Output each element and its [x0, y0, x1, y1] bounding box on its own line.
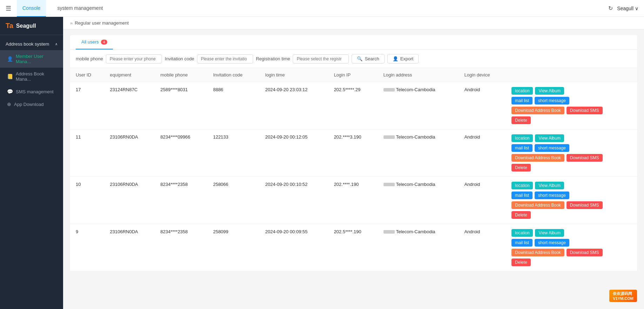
- sidebar-logo: Ta Seagull: [0, 17, 63, 35]
- download-icon: ⊕: [7, 101, 11, 107]
- tab-system-management[interactable]: system management: [52, 0, 108, 17]
- login-ip: 202.5*****.29: [334, 87, 360, 92]
- location-button[interactable]: location: [511, 134, 533, 142]
- cell-0: 11: [70, 129, 104, 177]
- cell-5: 202.****3.190: [328, 129, 378, 177]
- view-album-button[interactable]: View Album: [535, 182, 564, 189]
- view-album-button[interactable]: View Album: [535, 229, 564, 237]
- col-mobile-phone: mobile phone: [155, 68, 207, 82]
- download-sms-button[interactable]: Download SMS: [567, 154, 603, 162]
- cell-3: 258066: [208, 177, 260, 224]
- cell-2: 8234****09966: [155, 129, 207, 177]
- cell-4: 2024-09-20 00:09:55: [260, 224, 328, 271]
- cell-7: Android: [459, 129, 506, 177]
- short-message-button[interactable]: short message: [535, 239, 569, 247]
- mail-list-button[interactable]: mail list: [511, 239, 533, 247]
- watermark: 依依源码网V1YM.COM: [609, 290, 637, 302]
- address-book-icon: 📒: [7, 74, 13, 79]
- cell-7: Android: [459, 224, 506, 271]
- mail-list-button[interactable]: mail list: [511, 97, 533, 105]
- col-equipment: equipment: [104, 68, 155, 82]
- registration-time-input[interactable]: [293, 54, 349, 63]
- col-user-id: User ID: [70, 68, 104, 82]
- cell-2: 8234****2358: [155, 177, 207, 224]
- view-album-button[interactable]: View Album: [535, 134, 564, 142]
- short-message-button[interactable]: short message: [535, 192, 569, 199]
- cell-1: 23106RN0DA: [104, 129, 155, 177]
- cell-2: 8234****2358: [155, 224, 207, 271]
- cell-6: Telecom-Cambodia: [378, 224, 459, 271]
- cell-0: 17: [70, 82, 104, 129]
- col-login-device: Login device: [459, 68, 506, 82]
- login-ip: 202.****.190: [334, 182, 359, 187]
- table-row: 923106RN0DA8234****23582580992024-09-20 …: [70, 224, 637, 271]
- location-button[interactable]: location: [511, 87, 533, 95]
- invitation-code-label: Invitation code: [165, 56, 194, 61]
- download-address-book-button[interactable]: Download Address Book: [511, 154, 564, 162]
- cell-6: Telecom-Cambodia: [378, 129, 459, 177]
- tab-all-users[interactable]: All users 4: [76, 35, 113, 49]
- sidebar-item-sms[interactable]: 💬 SMS management: [0, 85, 63, 98]
- table-row: 1123106RN0DA8234****099661221332024-09-2…: [70, 129, 637, 177]
- top-nav: ☰ Console system management ↻ Seagull ∨: [0, 0, 644, 17]
- mobile-phone-input[interactable]: [106, 54, 162, 63]
- cell-2: 2589****8031: [155, 82, 207, 129]
- actions-cell: location View Album mail list short mess…: [506, 129, 637, 177]
- table-container: User ID equipment mobile phone Invitatio…: [70, 68, 637, 271]
- actions-cell: location View Album mail list short mess…: [506, 177, 637, 224]
- export-icon: 👤: [393, 56, 398, 61]
- mail-list-button[interactable]: mail list: [511, 144, 533, 152]
- user-icon: 👤: [7, 56, 13, 62]
- sidebar-group-header[interactable]: Address book system ∧: [0, 38, 63, 50]
- actions-cell: location View Album mail list short mess…: [506, 224, 637, 271]
- breadcrumb: » Regular user management: [63, 17, 644, 29]
- mail-list-button[interactable]: mail list: [511, 192, 533, 199]
- invitation-code-input[interactable]: [197, 54, 253, 63]
- sidebar-item-app-download[interactable]: ⊕ App Download: [0, 98, 63, 110]
- delete-button[interactable]: Delete: [511, 116, 531, 124]
- cell-4: 2024-09-20 00:12:05: [260, 129, 328, 177]
- download-sms-button[interactable]: Download SMS: [567, 201, 603, 209]
- delete-button[interactable]: Delete: [511, 164, 531, 172]
- sidebar-item-address-book[interactable]: 📒 Address Book Mana...: [0, 68, 63, 85]
- delete-button[interactable]: Delete: [511, 258, 531, 266]
- col-actions: [506, 68, 637, 82]
- cell-3: 258099: [208, 224, 260, 271]
- registration-time-label: Registration time: [256, 56, 290, 61]
- chevron-down-icon: ∨: [635, 6, 638, 11]
- download-address-book-button[interactable]: Download Address Book: [511, 249, 564, 256]
- table-header-row: User ID equipment mobile phone Invitatio…: [70, 68, 637, 82]
- export-button[interactable]: 👤 Export: [387, 54, 419, 63]
- cell-1: 23124RN87C: [104, 82, 155, 129]
- sms-icon: 💬: [7, 89, 13, 94]
- col-invitation-code: Invitation code: [208, 68, 260, 82]
- location-button[interactable]: location: [511, 182, 533, 189]
- tabs-bar: All users 4: [70, 35, 637, 50]
- sidebar-item-member-user[interactable]: 👤 Member User Mana...: [0, 50, 63, 68]
- cell-5: 202.5****.190: [328, 224, 378, 271]
- breadcrumb-arrow: »: [70, 20, 73, 26]
- download-sms-button[interactable]: Download SMS: [567, 249, 603, 256]
- tab-console[interactable]: Console: [17, 0, 46, 17]
- download-address-book-button[interactable]: Download Address Book: [511, 201, 564, 209]
- short-message-button[interactable]: short message: [535, 144, 569, 152]
- all-users-badge: 4: [101, 40, 107, 45]
- download-sms-button[interactable]: Download SMS: [567, 107, 603, 114]
- search-button[interactable]: 🔍 Search: [352, 54, 384, 63]
- sidebar-chevron-icon: ∧: [55, 42, 57, 46]
- view-album-button[interactable]: View Album: [535, 87, 564, 95]
- download-address-book-button[interactable]: Download Address Book: [511, 107, 564, 114]
- user-dropdown[interactable]: Seagull ∨: [617, 6, 638, 11]
- sidebar-section: Address book system ∧ 👤 Member User Mana…: [0, 35, 63, 113]
- delete-button[interactable]: Delete: [511, 211, 531, 219]
- menu-icon[interactable]: ☰: [6, 5, 11, 12]
- cell-5: 202.****.190: [328, 177, 378, 224]
- top-nav-right: ↻ Seagull ∨: [608, 5, 638, 12]
- actions-cell: location View Album mail list short mess…: [506, 82, 637, 129]
- short-message-button[interactable]: short message: [535, 97, 569, 105]
- refresh-icon[interactable]: ↻: [608, 5, 613, 12]
- location-button[interactable]: location: [511, 229, 533, 237]
- login-ip: 202.****3.190: [334, 134, 361, 140]
- page-content: All users 4 mobile phone Invitation code…: [63, 29, 644, 309]
- content-area: » Regular user management All users 4 mo…: [63, 17, 644, 309]
